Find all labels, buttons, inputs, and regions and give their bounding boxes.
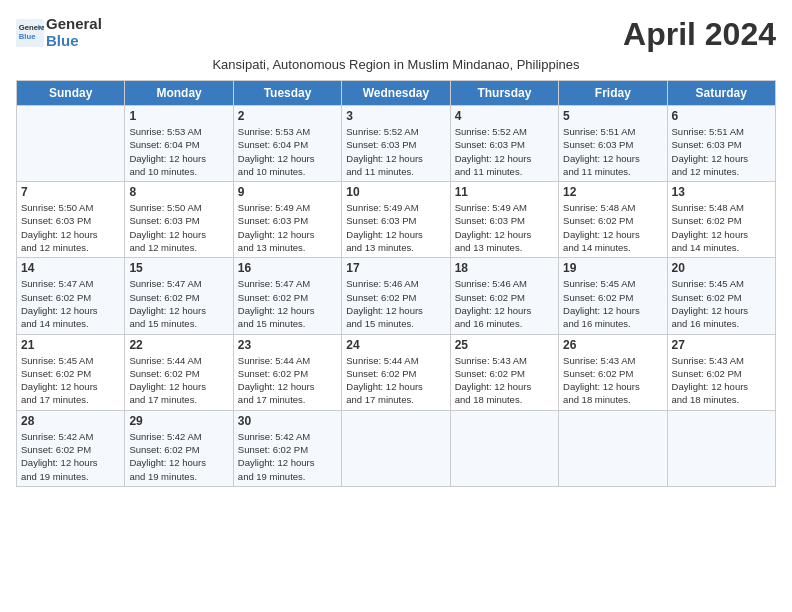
day-info: Sunrise: 5:48 AM Sunset: 6:02 PM Dayligh… — [563, 201, 662, 254]
day-number: 16 — [238, 261, 337, 275]
day-number: 30 — [238, 414, 337, 428]
col-sunday: Sunday — [17, 81, 125, 106]
calendar-table: Sunday Monday Tuesday Wednesday Thursday… — [16, 80, 776, 487]
calendar-cell: 24Sunrise: 5:44 AM Sunset: 6:02 PM Dayli… — [342, 334, 450, 410]
logo-line2: Blue — [46, 33, 102, 50]
calendar-cell: 5Sunrise: 5:51 AM Sunset: 6:03 PM Daylig… — [559, 106, 667, 182]
col-thursday: Thursday — [450, 81, 558, 106]
day-info: Sunrise: 5:52 AM Sunset: 6:03 PM Dayligh… — [455, 125, 554, 178]
day-number: 10 — [346, 185, 445, 199]
day-info: Sunrise: 5:51 AM Sunset: 6:03 PM Dayligh… — [672, 125, 771, 178]
day-number: 2 — [238, 109, 337, 123]
day-number: 27 — [672, 338, 771, 352]
calendar-week-row-4: 21Sunrise: 5:45 AM Sunset: 6:02 PM Dayli… — [17, 334, 776, 410]
day-number: 26 — [563, 338, 662, 352]
day-info: Sunrise: 5:50 AM Sunset: 6:03 PM Dayligh… — [129, 201, 228, 254]
logo-icon: General Blue — [16, 19, 44, 47]
col-friday: Friday — [559, 81, 667, 106]
day-info: Sunrise: 5:43 AM Sunset: 6:02 PM Dayligh… — [455, 354, 554, 407]
calendar-cell: 29Sunrise: 5:42 AM Sunset: 6:02 PM Dayli… — [125, 410, 233, 486]
calendar-cell — [667, 410, 775, 486]
calendar-header-row: Sunday Monday Tuesday Wednesday Thursday… — [17, 81, 776, 106]
day-number: 24 — [346, 338, 445, 352]
day-info: Sunrise: 5:43 AM Sunset: 6:02 PM Dayligh… — [563, 354, 662, 407]
calendar-cell: 21Sunrise: 5:45 AM Sunset: 6:02 PM Dayli… — [17, 334, 125, 410]
col-wednesday: Wednesday — [342, 81, 450, 106]
day-number: 6 — [672, 109, 771, 123]
calendar-cell: 18Sunrise: 5:46 AM Sunset: 6:02 PM Dayli… — [450, 258, 558, 334]
day-info: Sunrise: 5:42 AM Sunset: 6:02 PM Dayligh… — [129, 430, 228, 483]
day-info: Sunrise: 5:53 AM Sunset: 6:04 PM Dayligh… — [238, 125, 337, 178]
calendar-cell: 3Sunrise: 5:52 AM Sunset: 6:03 PM Daylig… — [342, 106, 450, 182]
calendar-cell: 6Sunrise: 5:51 AM Sunset: 6:03 PM Daylig… — [667, 106, 775, 182]
logo-text: General Blue — [46, 16, 102, 49]
day-number: 20 — [672, 261, 771, 275]
day-number: 8 — [129, 185, 228, 199]
calendar-cell: 8Sunrise: 5:50 AM Sunset: 6:03 PM Daylig… — [125, 182, 233, 258]
calendar-week-row-5: 28Sunrise: 5:42 AM Sunset: 6:02 PM Dayli… — [17, 410, 776, 486]
calendar-cell: 7Sunrise: 5:50 AM Sunset: 6:03 PM Daylig… — [17, 182, 125, 258]
calendar-cell: 12Sunrise: 5:48 AM Sunset: 6:02 PM Dayli… — [559, 182, 667, 258]
calendar-cell: 19Sunrise: 5:45 AM Sunset: 6:02 PM Dayli… — [559, 258, 667, 334]
calendar-cell: 13Sunrise: 5:48 AM Sunset: 6:02 PM Dayli… — [667, 182, 775, 258]
col-monday: Monday — [125, 81, 233, 106]
calendar-cell: 30Sunrise: 5:42 AM Sunset: 6:02 PM Dayli… — [233, 410, 341, 486]
calendar-cell: 11Sunrise: 5:49 AM Sunset: 6:03 PM Dayli… — [450, 182, 558, 258]
day-number: 1 — [129, 109, 228, 123]
day-number: 5 — [563, 109, 662, 123]
calendar-cell: 23Sunrise: 5:44 AM Sunset: 6:02 PM Dayli… — [233, 334, 341, 410]
day-info: Sunrise: 5:47 AM Sunset: 6:02 PM Dayligh… — [129, 277, 228, 330]
day-number: 7 — [21, 185, 120, 199]
calendar-cell: 22Sunrise: 5:44 AM Sunset: 6:02 PM Dayli… — [125, 334, 233, 410]
day-info: Sunrise: 5:48 AM Sunset: 6:02 PM Dayligh… — [672, 201, 771, 254]
day-number: 4 — [455, 109, 554, 123]
day-info: Sunrise: 5:42 AM Sunset: 6:02 PM Dayligh… — [238, 430, 337, 483]
day-number: 14 — [21, 261, 120, 275]
day-number: 9 — [238, 185, 337, 199]
col-tuesday: Tuesday — [233, 81, 341, 106]
calendar-cell — [342, 410, 450, 486]
day-number: 17 — [346, 261, 445, 275]
header: General Blue General Blue April 2024 — [16, 16, 776, 53]
logo-line1: General — [46, 16, 102, 33]
calendar-cell: 4Sunrise: 5:52 AM Sunset: 6:03 PM Daylig… — [450, 106, 558, 182]
calendar-cell: 9Sunrise: 5:49 AM Sunset: 6:03 PM Daylig… — [233, 182, 341, 258]
day-number: 13 — [672, 185, 771, 199]
calendar-week-row-3: 14Sunrise: 5:47 AM Sunset: 6:02 PM Dayli… — [17, 258, 776, 334]
calendar-cell: 27Sunrise: 5:43 AM Sunset: 6:02 PM Dayli… — [667, 334, 775, 410]
day-number: 11 — [455, 185, 554, 199]
day-info: Sunrise: 5:49 AM Sunset: 6:03 PM Dayligh… — [346, 201, 445, 254]
calendar-cell: 20Sunrise: 5:45 AM Sunset: 6:02 PM Dayli… — [667, 258, 775, 334]
day-number: 29 — [129, 414, 228, 428]
col-saturday: Saturday — [667, 81, 775, 106]
day-number: 28 — [21, 414, 120, 428]
day-info: Sunrise: 5:46 AM Sunset: 6:02 PM Dayligh… — [346, 277, 445, 330]
calendar-week-row-2: 7Sunrise: 5:50 AM Sunset: 6:03 PM Daylig… — [17, 182, 776, 258]
day-info: Sunrise: 5:47 AM Sunset: 6:02 PM Dayligh… — [238, 277, 337, 330]
calendar-cell: 26Sunrise: 5:43 AM Sunset: 6:02 PM Dayli… — [559, 334, 667, 410]
day-info: Sunrise: 5:49 AM Sunset: 6:03 PM Dayligh… — [238, 201, 337, 254]
day-info: Sunrise: 5:53 AM Sunset: 6:04 PM Dayligh… — [129, 125, 228, 178]
svg-text:Blue: Blue — [19, 31, 36, 40]
calendar-cell: 25Sunrise: 5:43 AM Sunset: 6:02 PM Dayli… — [450, 334, 558, 410]
day-info: Sunrise: 5:45 AM Sunset: 6:02 PM Dayligh… — [21, 354, 120, 407]
day-number: 3 — [346, 109, 445, 123]
day-info: Sunrise: 5:46 AM Sunset: 6:02 PM Dayligh… — [455, 277, 554, 330]
calendar-cell — [450, 410, 558, 486]
day-info: Sunrise: 5:50 AM Sunset: 6:03 PM Dayligh… — [21, 201, 120, 254]
calendar-cell: 15Sunrise: 5:47 AM Sunset: 6:02 PM Dayli… — [125, 258, 233, 334]
calendar-cell: 17Sunrise: 5:46 AM Sunset: 6:02 PM Dayli… — [342, 258, 450, 334]
day-number: 15 — [129, 261, 228, 275]
day-info: Sunrise: 5:44 AM Sunset: 6:02 PM Dayligh… — [238, 354, 337, 407]
day-number: 21 — [21, 338, 120, 352]
calendar-cell: 10Sunrise: 5:49 AM Sunset: 6:03 PM Dayli… — [342, 182, 450, 258]
day-info: Sunrise: 5:49 AM Sunset: 6:03 PM Dayligh… — [455, 201, 554, 254]
calendar-cell — [559, 410, 667, 486]
calendar-cell: 1Sunrise: 5:53 AM Sunset: 6:04 PM Daylig… — [125, 106, 233, 182]
day-info: Sunrise: 5:44 AM Sunset: 6:02 PM Dayligh… — [346, 354, 445, 407]
calendar-cell: 28Sunrise: 5:42 AM Sunset: 6:02 PM Dayli… — [17, 410, 125, 486]
day-info: Sunrise: 5:51 AM Sunset: 6:03 PM Dayligh… — [563, 125, 662, 178]
calendar-week-row-1: 1Sunrise: 5:53 AM Sunset: 6:04 PM Daylig… — [17, 106, 776, 182]
day-number: 23 — [238, 338, 337, 352]
calendar-cell: 14Sunrise: 5:47 AM Sunset: 6:02 PM Dayli… — [17, 258, 125, 334]
